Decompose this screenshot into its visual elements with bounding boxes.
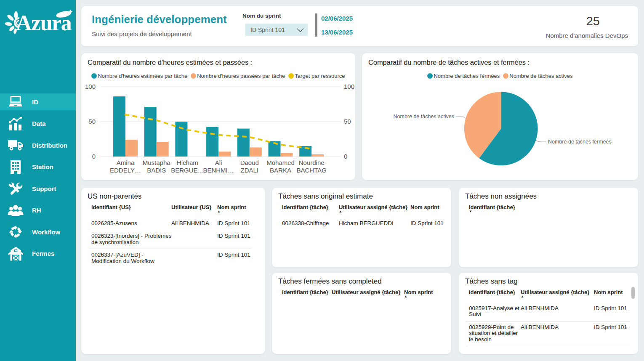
svg-text:Mohamed: Mohamed [266,159,295,166]
svg-text:BADIS: BADIS [147,167,166,174]
svg-text:Nombre de tâches actives: Nombre de tâches actives [393,114,454,119]
svg-text:100: 100 [344,83,354,90]
svg-text:BACHTAG: BACHTAG [296,167,326,174]
svg-text:BENHMI…: BENHMI… [203,167,234,174]
svg-text:Nombre de tâches férmées: Nombre de tâches férmées [548,139,612,145]
svg-text:BERGUE…: BERGUE… [171,167,204,174]
svg-text:Hicham: Hicham [177,159,198,166]
svg-text:Mustapha: Mustapha [143,159,171,166]
svg-text:50: 50 [344,118,351,125]
svg-text:EDDELY…: EDDELY… [110,167,141,174]
svg-text:0: 0 [92,153,96,160]
svg-text:Daoud: Daoud [240,159,259,166]
svg-text:BARKA: BARKA [270,167,291,174]
svg-text:Nourdine: Nourdine [299,159,325,166]
svg-text:Ali: Ali [215,159,222,166]
svg-text:0: 0 [344,153,347,160]
svg-text:50: 50 [88,118,96,125]
svg-text:100: 100 [85,83,96,90]
svg-text:ZDALI: ZDALI [241,167,259,174]
svg-text:Amina: Amina [117,159,135,166]
